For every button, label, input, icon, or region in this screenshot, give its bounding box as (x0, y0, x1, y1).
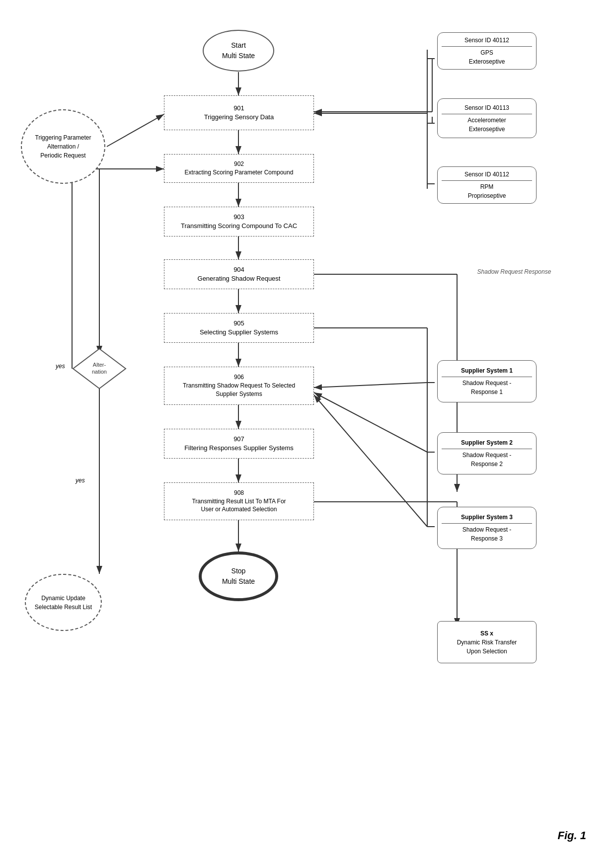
ss-dynamic-line1: SS x (480, 629, 493, 638)
yes-label-down: yes (76, 477, 85, 484)
ss1-label1: Shadow Request - (462, 379, 512, 388)
stop-circle: Stop Multi State (199, 551, 278, 601)
box-907: 907Filtering Responses Supplier Systems (164, 429, 314, 459)
supplier-sys-1: Supplier System 1 Shadow Request - Respo… (437, 360, 537, 402)
ss-dynamic-line2: Dynamic Risk Transfer (457, 638, 517, 647)
box-903-label: 903Transmitting Scoring Compound To CAC (181, 213, 297, 231)
ss1-name: Supplier System 1 (461, 367, 513, 374)
triggering-param-label: Triggering ParameterAlternation /Periodi… (30, 128, 96, 165)
ss2-name: Supplier System 2 (461, 439, 513, 446)
box-907-label: 907Filtering Responses Supplier Systems (184, 435, 294, 453)
svg-line-32 (314, 383, 427, 388)
sensor3-id: Sensor ID 40112 (464, 171, 509, 178)
ss3-label2: Response 3 (471, 534, 503, 543)
supplier-sys-3: Supplier System 3 Shadow Request - Respo… (437, 507, 537, 549)
box-906-label: 906Transmitting Shadow Request To Select… (183, 373, 295, 398)
box-901: 901Triggering Sensory Data (164, 95, 314, 130)
svg-line-11 (107, 114, 164, 147)
sensor3-category: Proprioseptive (468, 191, 506, 200)
ss2-label1: Shadow Request - (462, 451, 512, 460)
svg-text:nation: nation (92, 369, 107, 375)
box-908: 908Transmitting Result List To MTA ForUs… (164, 482, 314, 520)
sensor-box-1: Sensor ID 40112 GPS Exteroseptive (437, 32, 537, 70)
sensor1-type: GPS (480, 48, 493, 57)
ss3-name: Supplier System 3 (461, 514, 513, 521)
alternation-diamond: Alter- nation (72, 348, 127, 390)
svg-text:Alter-: Alter- (93, 362, 106, 368)
box-905-label: 905Selecting Supplier Systems (200, 319, 278, 337)
box-903: 903Transmitting Scoring Compound To CAC (164, 207, 314, 236)
supplier-sys-2: Supplier System 2 Shadow Request - Respo… (437, 432, 537, 474)
ss-dynamic-line3: Upon Selection (466, 647, 507, 656)
box-908-label: 908Transmitting Result List To MTA ForUs… (192, 489, 286, 514)
triggering-param-circle: Triggering ParameterAlternation /Periodi… (21, 109, 105, 184)
box-904-label: 904Generating Shadow Request (198, 265, 281, 283)
yes-label-left: yes (56, 363, 65, 370)
sensor-box-3: Sensor ID 40112 RPM Proprioseptive (437, 166, 537, 204)
box-904: 904Generating Shadow Request (164, 259, 314, 289)
diagram: Start Multi State 901Triggering Sensory … (0, 0, 616, 862)
sensor2-id: Sensor ID 40113 (464, 104, 509, 111)
shadow-response-label: Shadow Request Response (469, 268, 559, 275)
box-901-label: 901Triggering Sensory Data (204, 104, 274, 122)
svg-line-33 (314, 392, 427, 452)
ss-dynamic-risk: SS x Dynamic Risk Transfer Upon Selectio… (437, 621, 537, 663)
stop-label: Stop Multi State (222, 566, 255, 587)
ss3-label1: Shadow Request - (462, 525, 512, 534)
start-label: Start Multi State (222, 40, 255, 61)
ss2-label2: Response 2 (471, 460, 503, 469)
fig-label: Fig. 1 (558, 829, 586, 842)
sensor1-category: Exteroseptive (469, 57, 505, 66)
box-905: 905Selecting Supplier Systems (164, 313, 314, 343)
box-906: 906Transmitting Shadow Request To Select… (164, 367, 314, 405)
dynamic-update-label: Dynamic UpdateSelectable Result List (31, 590, 96, 616)
svg-line-34 (314, 395, 427, 527)
start-circle: Start Multi State (203, 30, 274, 72)
sensor-box-2: Sensor ID 40113 Accelerometer Exterosept… (437, 98, 537, 138)
sensor3-type: RPM (480, 182, 494, 191)
sensor1-id: Sensor ID 40112 (464, 37, 509, 44)
box-902-label: 902Extracting Scoring Parameter Compound (185, 160, 294, 177)
sensor2-category: Exteroseptive (469, 125, 505, 134)
sensor2-type: Accelerometer (467, 116, 506, 125)
ss1-label2: Response 1 (471, 388, 503, 396)
box-902: 902Extracting Scoring Parameter Compound (164, 154, 314, 183)
dynamic-update-circle: Dynamic UpdateSelectable Result List (25, 574, 102, 631)
